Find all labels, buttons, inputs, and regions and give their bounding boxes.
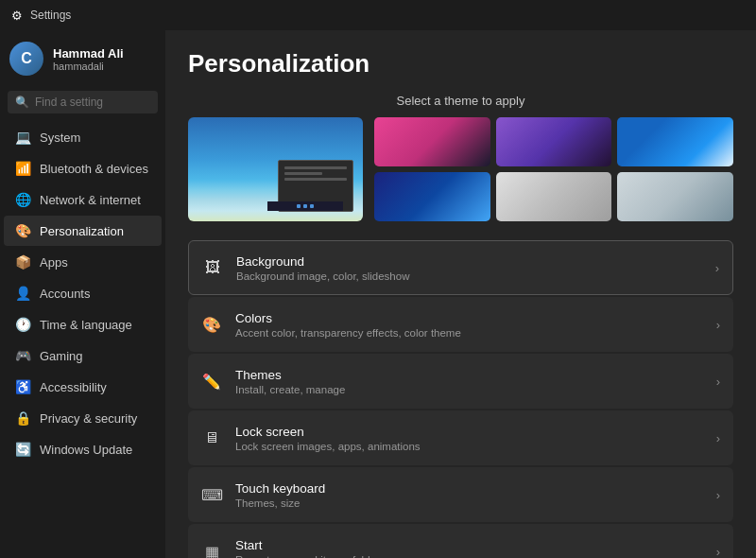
nav-list: 💻System📶Bluetooth & devices🌐Network & in… [0, 121, 165, 465]
settings-item-desc-lockscreen: Lock screen images, apps, animations [235, 441, 703, 452]
user-name: Hammad Ali [53, 46, 124, 61]
sidebar-item-time[interactable]: 🕐Time & language [4, 309, 162, 340]
preview-screen [278, 160, 353, 212]
content-area: Personalization Select a theme to apply [165, 30, 756, 558]
settings-item-desc-touchkeyboard: Themes, size [235, 497, 703, 509]
sidebar-item-label-apps: Apps [40, 255, 68, 270]
settings-item-touchkeyboard[interactable]: ⌨Touch keyboardThemes, size› [188, 467, 733, 522]
user-info: Hammad Ali hammadali [53, 46, 124, 72]
settings-item-themes[interactable]: ✏️ThemesInstall, create, manage› [188, 354, 733, 409]
settings-item-text-lockscreen: Lock screenLock screen images, apps, ani… [235, 425, 703, 452]
theme-thumbnails [374, 117, 733, 221]
sidebar-item-gaming[interactable]: 🎮Gaming [4, 340, 162, 371]
colors-icon: 🎨 [201, 314, 222, 335]
settings-item-title-lockscreen: Lock screen [235, 425, 703, 439]
search-input[interactable] [35, 96, 150, 109]
personalization-icon: 🎨 [15, 223, 30, 238]
sidebar-item-system[interactable]: 💻System [4, 122, 162, 152]
chevron-right-icon: › [716, 375, 720, 389]
sidebar-item-label-update: Windows Update [40, 443, 132, 457]
search-icon: 🔍 [15, 96, 29, 109]
chevron-right-icon: › [716, 545, 720, 559]
theme-thumb-6[interactable] [617, 172, 733, 221]
settings-item-title-start: Start [235, 538, 703, 552]
theme-section: Select a theme to apply [188, 94, 733, 221]
accessibility-icon: ♿ [15, 379, 30, 394]
chevron-right-icon: › [716, 431, 720, 445]
sidebar-item-label-accessibility: Accessibility [40, 380, 107, 394]
chevron-right-icon: › [716, 488, 720, 502]
preview-line [284, 166, 347, 169]
apps-icon: 📦 [15, 254, 30, 270]
preview-taskbar [267, 201, 343, 211]
privacy-icon: 🔒 [15, 410, 30, 426]
settings-item-text-background: BackgroundBackground image, color, slide… [236, 254, 702, 282]
title-bar-text: Settings [30, 9, 71, 22]
sidebar-item-label-network: Network & internet [40, 193, 141, 207]
sidebar-item-personalization[interactable]: 🎨Personalization [4, 216, 162, 246]
settings-icon: ⚙ [11, 9, 23, 23]
preview-line-2 [284, 178, 347, 181]
sidebar: C Hammad Ali hammadali 🔍 💻System📶Bluetoo… [0, 30, 165, 558]
settings-item-lockscreen[interactable]: 🖥Lock screenLock screen images, apps, an… [188, 410, 733, 465]
theme-area [188, 117, 733, 221]
settings-item-text-colors: ColorsAccent color, transparency effects… [235, 311, 703, 339]
settings-item-text-touchkeyboard: Touch keyboardThemes, size [235, 481, 703, 509]
system-icon: 💻 [15, 130, 30, 145]
lockscreen-icon: 🖥 [201, 427, 222, 448]
sidebar-item-privacy[interactable]: 🔒Privacy & security [4, 403, 162, 433]
sidebar-item-label-time: Time & language [40, 318, 132, 332]
settings-list: 🖼BackgroundBackground image, color, slid… [188, 240, 733, 558]
themes-icon: ✏️ [201, 371, 222, 392]
preview-line-short [284, 172, 322, 175]
update-icon: 🔄 [15, 442, 30, 457]
sidebar-item-label-privacy: Privacy & security [40, 411, 137, 426]
sidebar-item-label-bluetooth: Bluetooth & devices [40, 162, 148, 176]
sidebar-item-network[interactable]: 🌐Network & internet [4, 184, 162, 215]
search-box[interactable]: 🔍 [8, 91, 158, 113]
sidebar-item-label-gaming: Gaming [40, 349, 83, 363]
settings-item-title-background: Background [236, 254, 702, 269]
preview-image [188, 117, 363, 221]
page-title: Personalization [188, 49, 733, 78]
settings-item-desc-themes: Install, create, manage [235, 384, 703, 395]
settings-item-desc-colors: Accent color, transparency effects, colo… [235, 327, 703, 339]
sidebar-item-label-accounts: Accounts [40, 287, 90, 301]
sidebar-item-accounts[interactable]: 👤Accounts [4, 278, 162, 308]
sidebar-item-update[interactable]: 🔄Windows Update [4, 434, 162, 464]
settings-item-background[interactable]: 🖼BackgroundBackground image, color, slid… [188, 240, 733, 295]
touchkeyboard-icon: ⌨ [201, 484, 222, 505]
settings-item-title-themes: Themes [235, 368, 703, 382]
theme-thumb-4[interactable] [374, 172, 490, 221]
settings-item-colors[interactable]: 🎨ColorsAccent color, transparency effect… [188, 297, 733, 352]
time-icon: 🕐 [15, 317, 30, 332]
sidebar-item-label-system: System [40, 131, 80, 145]
settings-item-text-themes: ThemesInstall, create, manage [235, 368, 703, 395]
bluetooth-icon: 📶 [15, 161, 30, 176]
taskbar-dot-2 [303, 204, 307, 208]
theme-thumb-1[interactable] [374, 117, 490, 166]
chevron-right-icon: › [715, 261, 719, 275]
settings-item-title-colors: Colors [235, 311, 703, 325]
sidebar-item-label-personalization: Personalization [40, 224, 124, 238]
title-bar: ⚙ Settings [0, 0, 756, 30]
theme-thumb-5[interactable] [496, 172, 612, 221]
user-profile[interactable]: C Hammad Ali hammadali [0, 30, 165, 87]
chevron-right-icon: › [716, 318, 720, 332]
settings-item-title-touchkeyboard: Touch keyboard [235, 481, 703, 496]
settings-item-desc-background: Background image, color, slideshow [236, 270, 702, 282]
avatar: C [9, 42, 43, 76]
theme-label: Select a theme to apply [188, 94, 733, 108]
gaming-icon: 🎮 [15, 348, 30, 363]
theme-thumb-3[interactable] [617, 117, 733, 166]
sidebar-item-apps[interactable]: 📦Apps [4, 247, 162, 277]
theme-thumb-2[interactable] [496, 117, 612, 166]
sidebar-item-accessibility[interactable]: ♿Accessibility [4, 372, 162, 402]
settings-item-desc-start: Recent apps and items, folders [235, 554, 703, 559]
sidebar-item-bluetooth[interactable]: 📶Bluetooth & devices [4, 153, 162, 183]
background-icon: 🖼 [202, 257, 223, 278]
user-handle: hammadali [53, 61, 124, 72]
taskbar-dot-3 [310, 204, 314, 208]
settings-item-start[interactable]: ▦StartRecent apps and items, folders› [188, 524, 733, 558]
network-icon: 🌐 [15, 192, 30, 207]
